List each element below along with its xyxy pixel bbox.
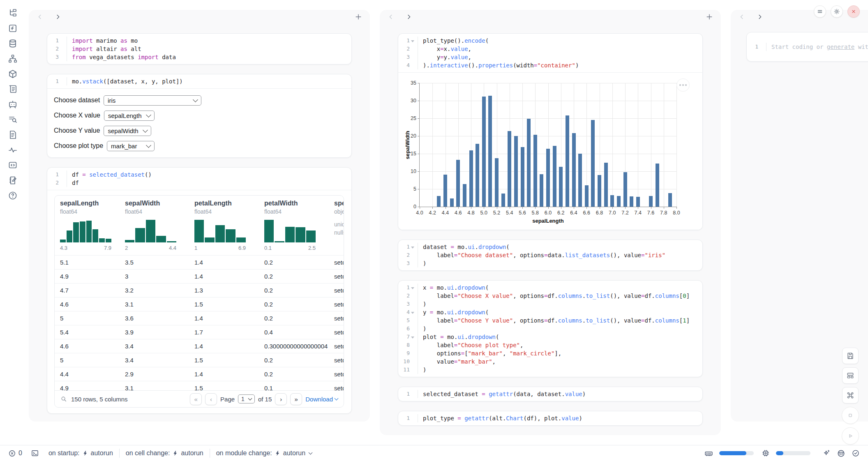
logs-icon[interactable] <box>8 115 18 124</box>
code-line[interactable]: 1df = selected_dataset() <box>47 171 351 179</box>
code-line[interactable]: 4y = mo.ui.dropdown( <box>398 308 702 316</box>
documentation-icon[interactable] <box>8 130 18 140</box>
cell-selected-dataset[interactable]: 1selected_dataset = getattr(data, datase… <box>398 387 703 401</box>
runtime-on-module-change[interactable]: on module change: autorun <box>216 449 312 457</box>
fold-toggle-icon[interactable] <box>410 37 415 45</box>
first-page-button[interactable]: « <box>190 393 202 405</box>
column-prev-icon[interactable] <box>387 13 395 21</box>
chart-bar <box>463 184 466 207</box>
code-line[interactable]: 1Start coding or generate with AI <box>747 43 868 51</box>
chart-options-icon[interactable] <box>676 78 690 92</box>
shutdown-icon[interactable] <box>847 5 860 18</box>
code-line[interactable]: 11) <box>398 366 702 374</box>
cell-dataframe[interactable]: 1df = selected_dataset()2df sepalLengthf… <box>47 167 352 414</box>
column-header[interactable]: petalLength <box>194 200 232 207</box>
dependency-graph-icon[interactable] <box>8 54 18 64</box>
code-line[interactable]: 1import marimo as mo <box>47 37 351 45</box>
layout-icon[interactable] <box>842 367 859 384</box>
database-icon[interactable] <box>8 39 18 48</box>
ai-chat-icon[interactable] <box>8 99 18 109</box>
code-line[interactable]: 6) <box>398 325 702 333</box>
notebook-icon[interactable] <box>8 175 18 185</box>
table-footer: 150 rows, 5 columns « ‹ Page 1 of 15 › »… <box>55 390 344 407</box>
cell-plot[interactable]: 1plot_type().encode(2 x=x.value,3 y=y.va… <box>398 33 703 230</box>
cell-vstack[interactable]: 1mo.vstack([dataset, x, y, plot]) Choose… <box>47 74 352 158</box>
chart-output[interactable]: sepalWidth sepalLength 051015202530354.0… <box>398 73 702 230</box>
function-icon[interactable] <box>8 23 18 33</box>
cell-imports[interactable]: 1import marimo as mo2import altair as al… <box>47 33 352 65</box>
terminal-button[interactable] <box>31 449 39 457</box>
code-line[interactable]: 3) <box>398 300 702 308</box>
menu-icon[interactable] <box>814 5 826 18</box>
bar-chart-plot-area[interactable]: sepalWidth sepalLength 051015202530354.0… <box>419 83 676 207</box>
table-cell: setosa <box>334 325 344 339</box>
column-next-icon[interactable] <box>756 13 764 21</box>
code-line[interactable]: 2 x=x.value, <box>398 45 702 53</box>
ai-assistant-icon[interactable] <box>822 449 831 457</box>
keyboard-shortcuts-icon[interactable] <box>842 387 859 403</box>
code-line[interactable]: 5 label="Choose Y value", options=df.col… <box>398 316 702 325</box>
fold-toggle-icon[interactable] <box>410 333 415 341</box>
code-line[interactable]: 2df <box>47 179 351 187</box>
code-line[interactable]: 1plot_type = getattr(alt.Chart(df), plot… <box>398 414 702 422</box>
runtime-on-cell-change[interactable]: on cell change: autorun <box>126 449 203 457</box>
cell-plot-type[interactable]: 1plot_type = getattr(alt.Chart(df), plot… <box>398 411 703 426</box>
cell-dataset-dropdown[interactable]: 1dataset = mo.ui.dropdown(2 label="Choos… <box>398 240 703 271</box>
tracing-icon[interactable] <box>8 145 18 155</box>
column-prev-icon[interactable] <box>36 13 44 21</box>
cell-empty-scratch[interactable]: 1Start coding or generate with AI <box>746 32 868 62</box>
column-next-icon[interactable] <box>54 13 62 21</box>
code-line[interactable]: 8 label="Choose plot type", <box>398 341 702 349</box>
fold-toggle-icon[interactable] <box>410 308 415 316</box>
runtime-on-startup[interactable]: on startup: autorun <box>48 449 113 457</box>
fold-toggle-icon[interactable] <box>410 284 415 292</box>
code-line[interactable]: 3from vega_datasets import data <box>47 53 351 61</box>
snippets-icon[interactable] <box>8 160 18 170</box>
code-line[interactable]: 1mo.vstack([dataset, x, y, plot]) <box>47 77 351 85</box>
page-select[interactable]: 1 <box>238 394 255 403</box>
stop-icon[interactable] <box>842 407 859 424</box>
code-line[interactable]: 2import altair as alt <box>47 45 351 53</box>
package-icon[interactable] <box>8 69 18 79</box>
code-line[interactable]: 4).interactive().properties(width="conta… <box>398 61 702 69</box>
code-line[interactable]: 9 options=["mark_bar", "mark_circle"], <box>398 349 702 357</box>
column-prev-icon[interactable] <box>738 13 746 21</box>
copilot-icon[interactable] <box>837 449 845 458</box>
code-line[interactable]: 3) <box>398 259 702 267</box>
scratchpad-icon[interactable] <box>8 84 18 94</box>
code-line[interactable]: 10 value="mark_bar", <box>398 357 702 366</box>
code-line[interactable]: 1plot_type().encode( <box>398 37 702 45</box>
next-page-button[interactable]: › <box>275 393 287 405</box>
code-line[interactable]: 7plot = mo.ui.dropdown( <box>398 333 702 341</box>
error-count-indicator[interactable]: 0 <box>8 449 22 457</box>
download-button[interactable]: Download <box>305 396 338 403</box>
save-icon[interactable] <box>842 348 859 364</box>
code-line[interactable]: 1dataset = mo.ui.dropdown( <box>398 243 702 251</box>
file-tree-icon[interactable] <box>8 8 18 18</box>
run-icon[interactable] <box>842 427 859 445</box>
column-header[interactable]: petalWidth <box>264 200 298 207</box>
add-cell-icon[interactable] <box>354 13 362 21</box>
code-line[interactable]: 1x = mo.ui.dropdown( <box>398 284 702 292</box>
code-line[interactable]: 3 y=y.value, <box>398 53 702 61</box>
dropdown-select[interactable]: sepalWidth <box>104 126 151 136</box>
code-line[interactable]: 2 label="Choose X value", options=df.col… <box>398 292 702 300</box>
dropdown-select[interactable]: sepalLength <box>104 111 155 121</box>
fold-toggle-icon[interactable] <box>410 243 415 251</box>
gear-icon[interactable] <box>831 5 843 18</box>
dropdown-select[interactable]: mark_bar <box>107 141 155 151</box>
help-icon[interactable] <box>8 191 18 201</box>
column-header[interactable]: sepalWidth <box>125 200 160 207</box>
dropdown-select[interactable]: iris <box>104 95 201 106</box>
last-page-button[interactable]: » <box>290 393 302 405</box>
column-header[interactable]: sepalLength <box>60 200 99 207</box>
prev-page-button[interactable]: ‹ <box>205 393 217 405</box>
add-cell-icon[interactable] <box>705 13 713 21</box>
column-next-icon[interactable] <box>405 13 413 21</box>
column-header[interactable]: species <box>334 200 344 207</box>
cell-xy-plot-dropdowns[interactable]: 1x = mo.ui.dropdown(2 label="Choose X va… <box>398 280 703 377</box>
code-line[interactable]: 2 label="Choose dataset", options=data.l… <box>398 251 702 259</box>
code-line[interactable]: 1selected_dataset = getattr(data, datase… <box>398 390 702 398</box>
search-icon[interactable] <box>60 396 67 403</box>
connection-status-icon[interactable] <box>852 449 860 457</box>
